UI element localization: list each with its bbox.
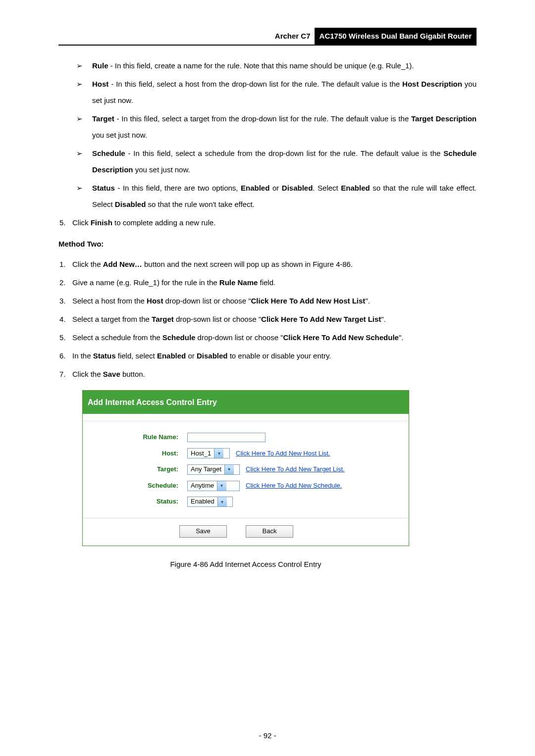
step-marker: 5. <box>58 214 72 231</box>
model-label: Archer C7 <box>271 29 315 44</box>
m2-s7-pre: Click the <box>72 370 103 378</box>
status-select[interactable]: Enabled ▾ <box>187 497 233 507</box>
m2-s1-post: button and the next screen will pop up a… <box>142 260 353 268</box>
bullet-schedule: Schedule - In this field, select a sched… <box>92 145 477 178</box>
step5-pre: Click <box>72 218 91 227</box>
m2-s6-b2: Disabled <box>197 352 228 360</box>
bullet-icon: ➢ <box>76 110 92 127</box>
bullet-status-or: or <box>269 184 281 192</box>
save-button[interactable]: Save <box>179 525 227 538</box>
m2-s5-pre: Select a schedule from the <box>72 333 162 342</box>
m2-s2-post: field. <box>258 278 275 287</box>
bullet-host: Host - In this field, select a host from… <box>92 76 477 108</box>
m2-s4-bold: Target <box>152 315 174 323</box>
bullet-rule: Rule - In this field, create a name for … <box>92 57 477 74</box>
rule-name-input[interactable] <box>187 433 266 442</box>
bullet-status: Status - In this field, there are two op… <box>92 180 477 212</box>
m2-s3-mid: drop-down list or choose " <box>163 297 251 305</box>
m2-s1-pre: Click the <box>72 260 103 268</box>
step-marker: 2. <box>58 274 72 291</box>
step-marker: 4. <box>58 311 72 327</box>
bullet-status-b3: Enabled <box>341 184 370 192</box>
target-label: Target: <box>92 462 187 477</box>
page-number: - 92 - <box>0 730 535 741</box>
m2-s5-post: ". <box>399 333 404 342</box>
m2-s7-post: button. <box>120 370 145 378</box>
bullet-schedule-text1: - In this field, select a schedule from … <box>125 149 444 157</box>
m2-step7: Click the Save button. <box>72 366 477 382</box>
bullet-status-b2: Disabled <box>282 184 313 192</box>
m2-s3-pre: Select a host from the <box>72 297 147 305</box>
m2-s3-post: ". <box>365 297 370 305</box>
m2-s4-post: ". <box>381 315 386 323</box>
host-select[interactable]: Host_1 ▾ <box>187 448 230 458</box>
bullet-target-text1: - In this filed, select a target from th… <box>114 114 411 123</box>
host-label: Host: <box>92 447 187 461</box>
m2-s1-bold: Add New… <box>103 260 142 268</box>
schedule-label: Schedule: <box>92 479 187 493</box>
bullet-icon: ➢ <box>76 76 92 92</box>
step-marker: 5. <box>58 329 72 346</box>
m2-s2-pre: Give a name (e.g. Rule_1) for the rule i… <box>72 278 219 287</box>
m2-s2-bold: Rule Name <box>219 278 258 287</box>
bullet-host-term: Host <box>92 80 108 88</box>
step5-post: to complete adding a new rule. <box>112 218 215 227</box>
m2-step2: Give a name (e.g. Rule_1) for the rule i… <box>72 274 477 291</box>
m2-s4-bold2: Click Here To Add New Target List <box>261 315 381 323</box>
bullet-icon: ➢ <box>76 180 92 196</box>
m2-s4-pre: Select a target from the <box>72 315 152 323</box>
target-select[interactable]: Any Target ▾ <box>187 464 240 475</box>
m2-s3-bold2: Click Here To Add New Host List <box>251 297 366 305</box>
host-select-value: Host_1 <box>188 449 214 458</box>
add-schedule-link[interactable]: Click Here To Add New Schedule. <box>246 479 342 493</box>
bullet-target: Target - In this filed, select a target … <box>92 110 477 143</box>
bullet-status-term: Status <box>92 184 115 192</box>
m2-step4: Select a target from the Target drop-sow… <box>72 311 477 327</box>
bullet-status-b1: Enabled <box>241 184 269 192</box>
step-marker: 3. <box>58 293 72 309</box>
m2-s5-bold2: Click Here To Add New Schedule <box>283 333 399 342</box>
m2-step1: Click the Add New… button and the next s… <box>72 256 477 272</box>
m2-s6-or: or <box>186 352 197 360</box>
m2-s6-mid: field, select <box>116 352 157 360</box>
document-header: Archer C7 AC1750 Wireless Dual Band Giga… <box>58 28 477 46</box>
target-select-value: Any Target <box>188 465 224 474</box>
rule-name-label: Rule Name: <box>92 430 187 445</box>
bullet-status-t4: so that the rule won't take effect. <box>146 200 254 208</box>
m2-s6-pre: In the <box>72 352 93 360</box>
bullet-rule-text: - In this field, create a name for the r… <box>108 61 414 70</box>
bullet-target-term: Target <box>92 114 114 123</box>
m2-step5: Select a schedule from the Schedule drop… <box>72 329 477 346</box>
panel-title: Add Internet Access Control Entry <box>83 391 409 414</box>
back-button[interactable]: Back <box>246 525 293 538</box>
m2-step6: In the Status field, select Enabled or D… <box>72 348 477 364</box>
bullet-rule-term: Rule <box>92 61 108 70</box>
step-finish: Click Finish to complete adding a new ru… <box>72 214 477 231</box>
status-label: Status: <box>92 495 187 509</box>
chevron-down-icon: ▾ <box>217 481 226 491</box>
chevron-down-icon: ▾ <box>214 449 223 458</box>
m2-s6-b1: Enabled <box>157 352 186 360</box>
bullet-icon: ➢ <box>76 145 92 161</box>
product-label: AC1750 Wireless Dual Band Gigabit Router <box>315 28 477 45</box>
status-select-value: Enabled <box>188 497 217 506</box>
step5-bold: Finish <box>91 218 112 227</box>
add-host-link[interactable]: Click Here To Add New Host List. <box>236 447 330 461</box>
step-marker: 1. <box>58 256 72 272</box>
method-two-heading: Method Two: <box>58 236 477 252</box>
schedule-select[interactable]: Anytime ▾ <box>187 481 240 491</box>
bullet-status-b4: Disabled <box>115 200 146 208</box>
document-body: ➢ Rule - In this field, create a name fo… <box>58 57 477 572</box>
m2-s5-mid: drop-down list or choose " <box>195 333 283 342</box>
chevron-down-icon: ▾ <box>224 465 234 474</box>
m2-step3: Select a host from the Host drop-down li… <box>72 293 477 309</box>
bullet-status-t2: . Select <box>313 184 341 192</box>
bullet-target-text2: you set just now. <box>92 131 147 139</box>
bullet-host-text1: - In this field, select a host from the … <box>108 80 402 88</box>
m2-s5-bold: Schedule <box>162 333 196 342</box>
bullet-status-t1: - In this field, there are two options, <box>115 184 241 192</box>
m2-s4-mid: drop-sown list or choose " <box>174 315 261 323</box>
add-target-link[interactable]: Click Here To Add New Target List. <box>246 462 345 477</box>
schedule-select-value: Anytime <box>188 481 217 491</box>
chevron-down-icon: ▾ <box>217 497 227 506</box>
